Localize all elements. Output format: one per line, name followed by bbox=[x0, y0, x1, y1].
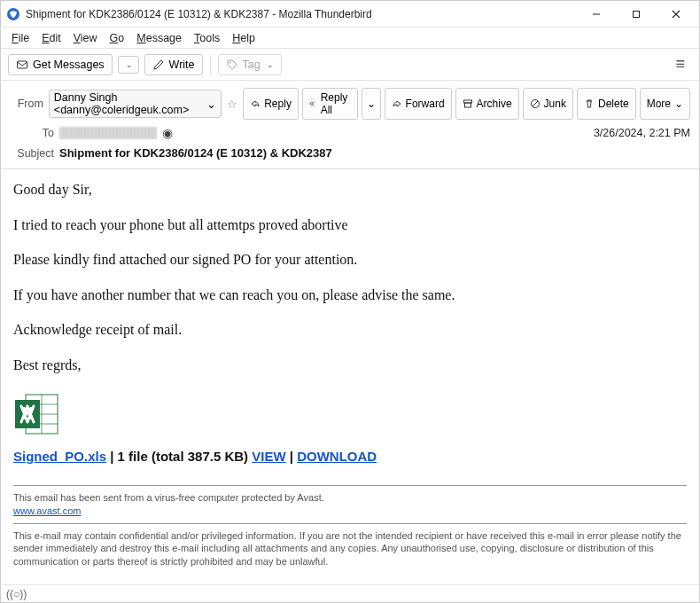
from-pill[interactable]: Danny Singh <danny@coleridgeuk.com> ⌄ bbox=[49, 90, 222, 118]
message-header: From Danny Singh <danny@coleridgeuk.com>… bbox=[1, 81, 699, 169]
title-bar: Shipment for KDK2386/0124 (E 10312) & KD… bbox=[1, 1, 699, 27]
status-bar: ((○)) bbox=[1, 584, 699, 602]
window-title: Shipment for KDK2386/0124 (E 10312) & KD… bbox=[26, 8, 576, 20]
body-paragraph: Please kindly find attached our signed P… bbox=[13, 250, 687, 270]
svg-rect-2 bbox=[633, 11, 639, 17]
app-menu-button[interactable]: ≡ bbox=[668, 51, 692, 77]
tag-icon bbox=[226, 59, 238, 71]
message-body: Good day Sir, I tried to reach your phon… bbox=[1, 169, 699, 480]
attachment-meta: | 1 file (total 387.5 KB) bbox=[106, 449, 252, 464]
reply-button[interactable]: Reply bbox=[243, 88, 299, 120]
junk-button[interactable]: Junk bbox=[523, 88, 573, 120]
svg-text:X: X bbox=[21, 403, 34, 423]
archive-label: Archive bbox=[477, 98, 512, 110]
attachment-download-link[interactable]: DOWNLOAD bbox=[297, 449, 377, 464]
menu-view[interactable]: View bbox=[68, 30, 103, 46]
forward-icon bbox=[392, 98, 402, 109]
to-label: To bbox=[10, 127, 54, 139]
subject-value: Shipment for KDK2386/0124 (E 10312) & KD… bbox=[59, 146, 332, 160]
menu-help[interactable]: Help bbox=[227, 30, 261, 46]
menu-bar: File Edit View Go Message Tools Help bbox=[1, 27, 699, 49]
sync-icon[interactable]: ((○)) bbox=[6, 588, 27, 600]
delete-label: Delete bbox=[598, 98, 629, 110]
write-button[interactable]: Write bbox=[144, 54, 203, 75]
tag-label: Tag bbox=[243, 59, 261, 71]
attachment-filename-link[interactable]: Signed_PO.xls bbox=[13, 449, 106, 464]
junk-icon bbox=[530, 98, 541, 109]
reply-icon bbox=[250, 98, 261, 109]
attachment-view-link[interactable]: VIEW bbox=[252, 449, 285, 464]
forward-label: Forward bbox=[406, 98, 445, 110]
svg-line-10 bbox=[533, 101, 538, 106]
excel-file-icon: X bbox=[13, 391, 59, 437]
contact-icon[interactable]: ◉ bbox=[162, 126, 173, 140]
pencil-icon bbox=[152, 59, 165, 71]
get-messages-dropdown[interactable]: ⌄ bbox=[118, 56, 139, 74]
svg-rect-5 bbox=[18, 61, 27, 68]
junk-label: Junk bbox=[544, 98, 566, 110]
more-button[interactable]: More⌄ bbox=[640, 88, 690, 120]
message-date: 3/26/2024, 2:21 PM bbox=[594, 127, 690, 139]
body-paragraph: I tried to reach your phone but all atte… bbox=[13, 215, 687, 235]
reply-all-label: Reply All bbox=[321, 91, 351, 116]
maximize-button[interactable] bbox=[616, 1, 656, 27]
reply-all-button[interactable]: Reply All bbox=[302, 88, 358, 120]
main-toolbar: Get Messages ⌄ Write Tag ⌄ ≡ bbox=[1, 49, 699, 81]
avast-text: This email has been sent from a virus-fr… bbox=[13, 492, 324, 503]
subject-label: Subject bbox=[10, 147, 54, 160]
archive-icon bbox=[463, 98, 473, 109]
chevron-down-icon: ⌄ bbox=[206, 98, 216, 111]
from-label: From bbox=[10, 98, 43, 110]
minimize-button[interactable] bbox=[576, 1, 616, 27]
body-paragraph: Acknowledge receipt of mail. bbox=[13, 320, 687, 340]
trash-icon bbox=[584, 98, 595, 109]
write-label: Write bbox=[169, 59, 195, 71]
get-messages-button[interactable]: Get Messages bbox=[8, 54, 113, 75]
menu-go[interactable]: Go bbox=[105, 30, 130, 46]
inbox-icon bbox=[16, 59, 28, 71]
delete-button[interactable]: Delete bbox=[577, 88, 636, 120]
reply-all-dropdown[interactable]: ⌄ bbox=[362, 88, 381, 120]
get-messages-label: Get Messages bbox=[33, 59, 105, 71]
svg-point-6 bbox=[229, 61, 230, 63]
message-actions: Reply Reply All ⌄ Forward Archive Junk D… bbox=[243, 88, 690, 120]
archive-button[interactable]: Archive bbox=[455, 88, 519, 120]
from-value: Danny Singh <danny@coleridgeuk.com> bbox=[54, 91, 203, 116]
forward-button[interactable]: Forward bbox=[385, 88, 452, 120]
menu-edit[interactable]: Edit bbox=[36, 30, 66, 46]
reply-all-icon bbox=[309, 98, 317, 109]
footer-avast: This email has been sent from a virus-fr… bbox=[1, 491, 699, 518]
attachment-line: Signed_PO.xls | 1 file (total 387.5 KB) … bbox=[13, 448, 687, 466]
toolbar-separator bbox=[210, 55, 211, 74]
body-paragraph: Best regrds, bbox=[13, 356, 687, 375]
attachment-sep: | bbox=[286, 449, 298, 464]
reply-label: Reply bbox=[264, 98, 292, 110]
avast-link[interactable]: www.avast.com bbox=[13, 505, 81, 516]
footer-divider bbox=[13, 485, 687, 486]
tag-button[interactable]: Tag ⌄ bbox=[218, 54, 282, 75]
body-paragraph: Good day Sir, bbox=[13, 180, 687, 200]
footer-disclaimer: This e-mail may contain confidential and… bbox=[1, 529, 699, 569]
menu-tools[interactable]: Tools bbox=[189, 30, 225, 46]
more-label: More bbox=[647, 98, 671, 110]
star-icon[interactable]: ☆ bbox=[227, 98, 237, 111]
svg-rect-8 bbox=[464, 103, 471, 107]
close-button[interactable] bbox=[656, 1, 696, 27]
menu-message[interactable]: Message bbox=[131, 30, 187, 46]
menu-file[interactable]: File bbox=[6, 30, 35, 46]
footer-divider-2 bbox=[13, 523, 687, 524]
thunderbird-icon bbox=[6, 7, 20, 21]
body-paragraph: If you have another number that we can r… bbox=[13, 286, 687, 305]
to-value-redacted bbox=[59, 127, 157, 139]
